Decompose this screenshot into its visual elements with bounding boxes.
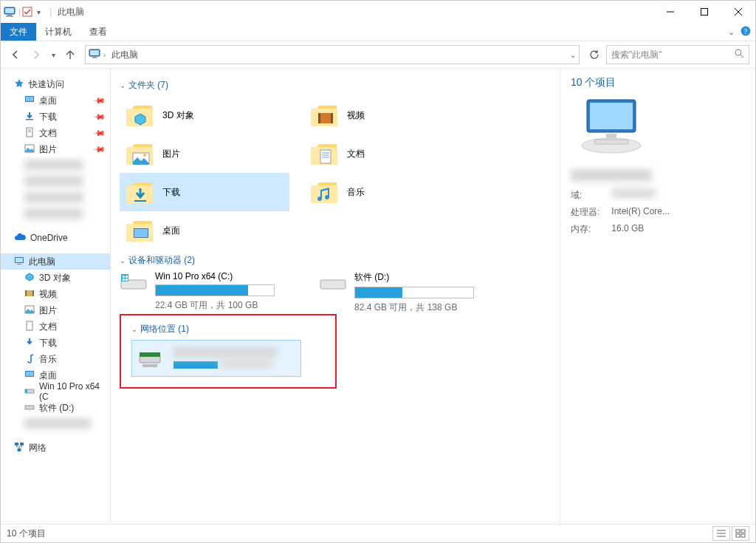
tab-file[interactable]: 文件	[1, 23, 36, 41]
svg-rect-2	[7, 15, 12, 16]
sidebar-item-label: 软件 (D:)	[39, 402, 74, 414]
desktop-icon	[24, 95, 35, 107]
folder-music[interactable]: 音乐	[304, 173, 474, 211]
group-header-drives[interactable]: ⌄ 设备和驱动器 (2)	[120, 254, 551, 267]
folder-downloads[interactable]: 下载	[120, 173, 289, 211]
svg-rect-69	[736, 530, 740, 533]
navigation-pane: 快速访问 桌面📌 下载📌 文档📌 图片📌	[1, 69, 111, 524]
sidebar-item-label: 桌面	[39, 369, 57, 382]
group-header-folders[interactable]: ⌄ 文件夹 (7)	[120, 79, 551, 92]
network-label-blurred	[173, 348, 277, 358]
sidebar-qa-blurred-3[interactable]	[1, 190, 110, 206]
tab-view[interactable]: 查看	[80, 23, 116, 41]
svg-rect-34	[25, 389, 27, 393]
address-bar[interactable]: › 此电脑 ⌄	[85, 45, 580, 64]
pc-icon	[14, 256, 24, 268]
sidebar-pc-videos[interactable]: 视频	[1, 286, 110, 302]
sidebar-item-label: 下载	[39, 111, 57, 123]
sidebar-pc-documents[interactable]: 文档	[1, 318, 110, 335]
recent-locations-button[interactable]: ▾	[48, 46, 58, 64]
drive-c[interactable]: Win 10 Pro x64 (C:) 22.4 GB 可用，共 100 GB	[120, 271, 289, 314]
sidebar-qa-blurred-4[interactable]	[1, 206, 110, 222]
sidebar-pc-pictures[interactable]: 图片	[1, 302, 110, 318]
folder-icon	[124, 216, 155, 245]
search-box[interactable]: 搜索"此电脑"	[606, 45, 749, 64]
group-title: 文件夹 (7)	[128, 79, 168, 92]
svg-line-15	[740, 55, 743, 58]
sidebar-quick-access[interactable]: 快速访问	[1, 76, 110, 92]
drive-d[interactable]: 软件 (D:) 82.4 GB 可用，共 138 GB	[319, 271, 489, 314]
network-location-item[interactable]	[131, 340, 301, 377]
svg-rect-48	[134, 200, 146, 202]
svg-rect-53	[123, 276, 125, 278]
minimize-button[interactable]	[653, 1, 687, 23]
details-key-cpu: 处理器:	[571, 206, 599, 219]
explorer-window: | ▾ | 此电脑 文件 计算机 查看 ⌄ ?	[0, 0, 756, 543]
sidebar-this-pc[interactable]: 此电脑	[1, 253, 110, 270]
address-dropdown-icon[interactable]: ⌄	[570, 51, 576, 59]
back-button[interactable]	[7, 46, 24, 64]
pin-icon: 📌	[92, 126, 106, 140]
sidebar-item-label: Win 10 Pro x64 (C	[39, 381, 110, 402]
downloads-icon	[24, 337, 35, 349]
details-val-blurred	[611, 189, 656, 198]
sidebar-item-label: 图片	[39, 304, 57, 317]
qat-chevron-icon[interactable]: ▾	[34, 8, 44, 16]
sidebar-pc-drive-c[interactable]: Win 10 Pro x64 (C	[1, 383, 110, 400]
folder-icon	[309, 101, 340, 129]
view-details-button[interactable]	[712, 526, 730, 541]
folder-3d-objects[interactable]: 3D 对象	[120, 96, 289, 134]
details-key-mem: 内存:	[571, 223, 599, 236]
sidebar-pc-music[interactable]: 音乐	[1, 351, 110, 367]
folder-videos[interactable]: 视频	[304, 96, 474, 134]
navigation-toolbar: ▾ › 此电脑 ⌄ 搜索"此电脑"	[1, 41, 755, 69]
folder-desktop[interactable]: 桌面	[120, 211, 289, 250]
help-icon[interactable]: ?	[740, 26, 751, 38]
drive-icon	[24, 402, 35, 414]
folder-label: 图片	[162, 148, 180, 160]
view-icons-button[interactable]	[732, 526, 749, 541]
sidebar-item-label: 视频	[39, 288, 57, 301]
ribbon-expand-icon[interactable]: ⌄	[728, 27, 735, 37]
svg-rect-28	[32, 290, 34, 296]
documents-icon	[24, 321, 35, 333]
drive-icon	[319, 271, 348, 296]
group-header-network[interactable]: ⌄ 网络位置 (1)	[131, 323, 325, 335]
sidebar-pc-blurred[interactable]	[1, 416, 110, 432]
forward-button[interactable]	[27, 46, 45, 64]
svg-rect-71	[736, 534, 740, 537]
sidebar-network[interactable]: 网络	[1, 440, 110, 456]
svg-rect-60	[142, 364, 157, 367]
folder-label: 视频	[347, 109, 365, 122]
sidebar-qa-pictures[interactable]: 图片📌	[1, 141, 110, 157]
video-icon	[24, 288, 35, 301]
network-sub-blurred	[221, 361, 272, 369]
details-val-cpu: Intel(R) Core...	[611, 206, 745, 219]
sidebar-qa-documents[interactable]: 文档📌	[1, 125, 110, 141]
sidebar-qa-blurred-2[interactable]	[1, 174, 110, 190]
svg-rect-12	[90, 50, 99, 55]
folder-pictures[interactable]: 图片	[120, 134, 289, 173]
pc-icon	[89, 48, 100, 62]
close-button[interactable]	[721, 1, 755, 23]
sidebar-onedrive[interactable]: OneDrive	[1, 230, 110, 246]
qat-properties-icon[interactable]	[22, 7, 32, 17]
sidebar-pc-3d[interactable]: 3D 对象	[1, 270, 110, 286]
drive-label: Win 10 Pro x64 (C:)	[155, 271, 275, 281]
folder-documents[interactable]: 文档	[304, 134, 474, 173]
tab-computer[interactable]: 计算机	[36, 23, 80, 41]
search-icon	[735, 49, 744, 61]
sidebar-qa-desktop[interactable]: 桌面📌	[1, 92, 110, 109]
up-button[interactable]	[61, 46, 79, 64]
titlebar: | ▾ | 此电脑	[1, 1, 755, 23]
maximize-button[interactable]	[687, 1, 721, 23]
pictures-icon	[24, 304, 35, 317]
sidebar-pc-downloads[interactable]: 下载	[1, 335, 110, 351]
sidebar-pc-drive-d[interactable]: 软件 (D:)	[1, 400, 110, 416]
svg-rect-24	[16, 258, 23, 262]
breadcrumb-this-pc[interactable]: 此电脑	[109, 49, 141, 61]
quick-access-toolbar: | ▾	[18, 7, 44, 17]
refresh-button[interactable]	[585, 46, 603, 64]
sidebar-qa-downloads[interactable]: 下载📌	[1, 109, 110, 125]
sidebar-qa-blurred-1[interactable]	[1, 157, 110, 174]
